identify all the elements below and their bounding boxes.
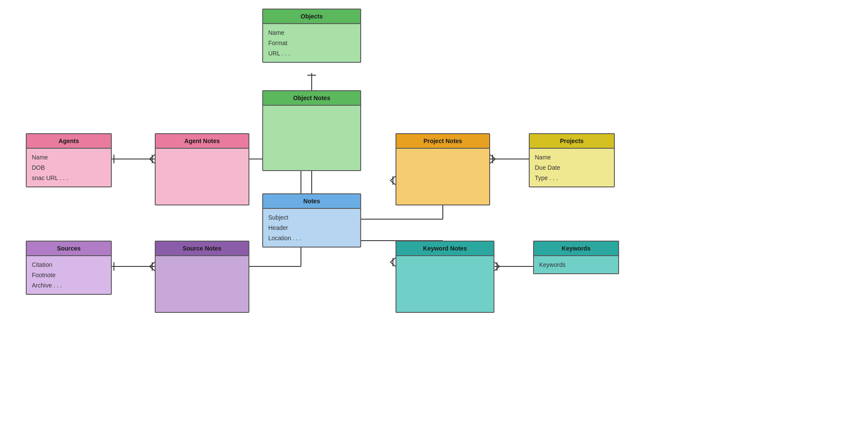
sourcenotes-body [156,256,248,312]
svg-line-39 [390,180,396,185]
keynotes-title: Keyword Notes [396,242,494,256]
projects-entity: Projects Name Due Date Type . . . [529,133,615,187]
notes-field-2: Header [268,223,355,233]
sources-field-2: Footnote [32,270,106,280]
projectnotes-title: Project Notes [396,134,489,149]
sourcenotes-entity: Source Notes [155,241,249,313]
keywords-title: Keywords [534,242,618,256]
svg-line-13 [150,159,155,163]
objects-entity: Objects Name Format URL . . . [262,9,361,63]
projectnotes-entity: Project Notes [396,133,490,205]
agentnotes-title: Agent Notes [156,134,248,149]
agents-field-1: Name [32,152,106,162]
objects-body: Name Format URL . . . [263,24,360,62]
objects-title: Objects [263,9,360,24]
svg-line-42 [490,155,495,159]
keywords-field-1: Keywords [539,260,613,270]
svg-line-12 [150,155,155,159]
projects-field-2: Due Date [535,162,609,173]
keynotes-body [396,256,494,312]
sourcenotes-title: Source Notes [156,242,248,256]
diagram: Objects Name Format URL . . . Object Not… [0,0,868,425]
agentnotes-entity: Agent Notes [155,133,249,205]
svg-line-24 [150,262,155,266]
agents-entity: Agents Name DOB snac URL . . . [26,133,112,187]
projectnotes-body [396,149,489,205]
projects-field-1: Name [535,152,609,162]
connector-lines [0,0,868,425]
keynotes-entity: Keyword Notes [396,241,494,313]
keywords-body: Keywords [534,256,618,273]
keywords-entity: Keywords Keywords [533,241,619,274]
agentnotes-body [156,149,248,205]
svg-line-50 [390,258,396,262]
sources-entity: Sources Citation Footnote Archive . . . [26,241,112,295]
objectnotes-body [263,106,360,170]
objects-field-2: Format [268,38,355,48]
svg-line-25 [150,266,155,271]
notes-title: Notes [263,194,360,209]
sources-field-1: Citation [32,260,106,270]
projects-body: Name Due Date Type . . . [530,149,614,187]
notes-entity: Notes Subject Header Location . . . [262,193,361,248]
agents-field-2: DOB [32,162,106,173]
objectnotes-entity: Object Notes [262,90,361,171]
notes-field-3: Location . . . [268,233,355,243]
objectnotes-title: Object Notes [263,91,360,106]
agents-title: Agents [27,134,111,149]
objects-field-1: Name [268,28,355,38]
svg-line-54 [494,262,500,266]
notes-field-1: Subject [268,212,355,223]
svg-line-51 [390,262,396,266]
agents-body: Name DOB snac URL . . . [27,149,111,187]
svg-line-43 [490,159,495,163]
svg-line-55 [494,266,500,271]
notes-body: Subject Header Location . . . [263,209,360,247]
sources-body: Citation Footnote Archive . . . [27,256,111,294]
sources-title: Sources [27,242,111,256]
projects-title: Projects [530,134,614,149]
projects-field-3: Type . . . [535,173,609,183]
objects-field-3: URL . . . [268,48,355,58]
svg-line-38 [390,176,396,180]
agents-field-3: snac URL . . . [32,173,106,183]
sources-field-3: Archive . . . [32,280,106,290]
